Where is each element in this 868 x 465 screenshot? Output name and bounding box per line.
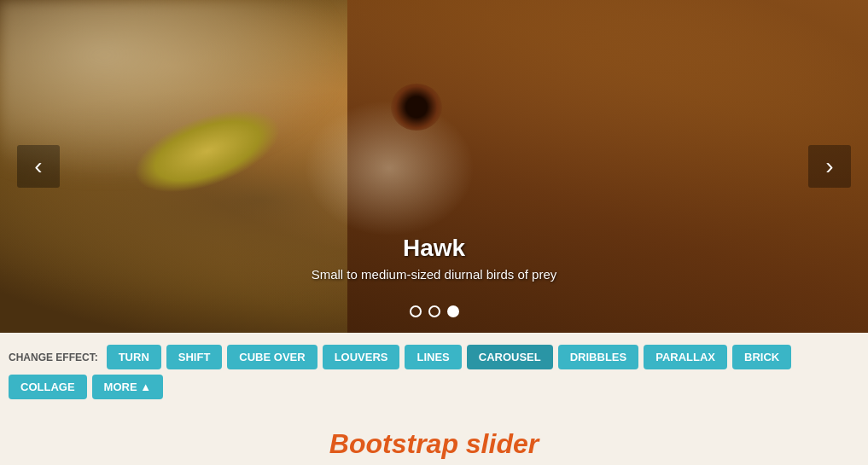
effect-cubeover-button[interactable]: CUBE OVER bbox=[227, 345, 317, 369]
indicator-0[interactable] bbox=[410, 305, 422, 317]
effect-turn-button[interactable]: TURN bbox=[107, 345, 161, 369]
indicator-1[interactable] bbox=[428, 305, 440, 317]
carousel-caption: Hawk Small to medium-sized diurnal birds… bbox=[312, 235, 557, 282]
face-overlay bbox=[304, 100, 475, 236]
carousel-prev-button[interactable]: ‹ bbox=[17, 145, 60, 188]
effect-lines-button[interactable]: LINES bbox=[405, 345, 461, 369]
effect-collage-button[interactable]: COLLAGE bbox=[9, 375, 87, 399]
indicator-2[interactable] bbox=[447, 305, 459, 317]
effect-parallax-button[interactable]: PARALLAX bbox=[644, 345, 727, 369]
effects-label: CHANGE EFFECT: bbox=[9, 352, 98, 363]
carousel-indicators bbox=[410, 305, 459, 317]
effect-dribbles-button[interactable]: DRIBBLES bbox=[558, 345, 638, 369]
carousel-title: Hawk bbox=[312, 235, 557, 262]
carousel: ‹ › Hawk Small to medium-sized diurnal b… bbox=[0, 0, 868, 333]
carousel-next-button[interactable]: › bbox=[808, 145, 851, 188]
effects-row: CHANGE EFFECT: TURN SHIFT CUBE OVER LOUV… bbox=[0, 333, 868, 411]
effect-shift-button[interactable]: SHIFT bbox=[166, 345, 223, 369]
page-title: Bootstrap slider bbox=[0, 411, 868, 465]
carousel-subtitle: Small to medium-sized diurnal birds of p… bbox=[312, 267, 557, 282]
eye-overlay bbox=[391, 84, 442, 131]
effect-carousel-button[interactable]: CAROUSEL bbox=[467, 345, 553, 369]
effect-more-button[interactable]: MORE ▲ bbox=[92, 375, 163, 399]
carousel-slide bbox=[0, 0, 868, 333]
effect-louvers-button[interactable]: LOUVERS bbox=[323, 345, 400, 369]
effect-brick-button[interactable]: BRICK bbox=[732, 345, 791, 369]
